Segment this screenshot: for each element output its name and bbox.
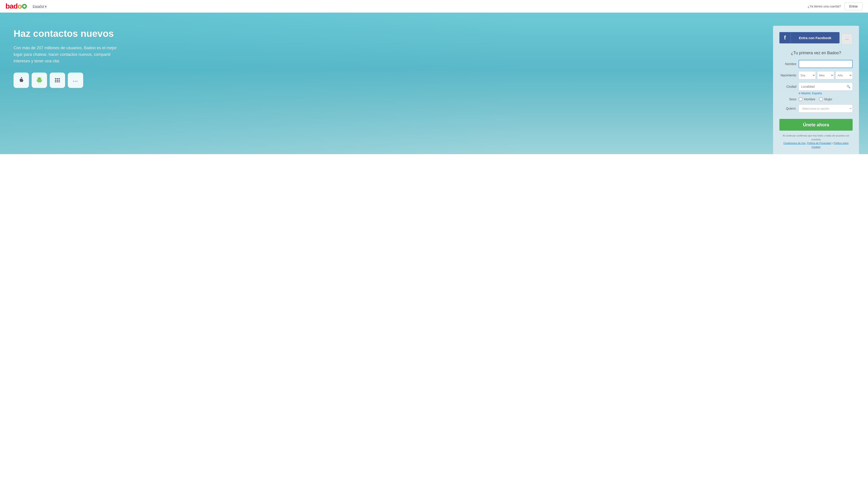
city-input-wrap: 🔍 [799, 83, 852, 91]
header-right: ¿Ya tienes una cuenta? Entrar [808, 2, 863, 10]
svg-rect-2 [41, 80, 42, 81]
name-label: Nombre [779, 62, 796, 66]
gender-label: Sexo [779, 97, 796, 101]
city-suggestion-text: Madrid, España [801, 92, 822, 95]
name-row: Nombre [779, 60, 852, 68]
language-arrow: ▾ [45, 4, 46, 8]
city-input[interactable] [799, 83, 852, 91]
facebook-button-label: Entra con Facebook [791, 36, 839, 40]
gender-female-radio[interactable] [819, 97, 823, 101]
more-apps-label: ... [73, 78, 78, 83]
svg-rect-11 [59, 78, 60, 79]
more-options-label: ··· [845, 37, 848, 41]
card-subtitle: ¿Tu primera vez en Badoo? [779, 51, 852, 55]
language-selector[interactable]: Español ▾ [33, 4, 46, 8]
gender-female-label: Mujer [825, 97, 832, 101]
app-icons-row: ... [13, 72, 131, 88]
account-question: ¿Ya tienes una cuenta? [808, 4, 841, 8]
svg-point-0 [21, 77, 22, 78]
svg-point-5 [38, 80, 39, 81]
facebook-row: f Entra con Facebook ··· [779, 32, 852, 46]
android-icon [36, 77, 43, 84]
svg-rect-17 [59, 81, 60, 82]
facebook-login-button[interactable]: f Entra con Facebook [779, 32, 839, 43]
svg-line-7 [37, 78, 38, 78]
want-label: Quiero: [779, 107, 796, 110]
gender-male-label: Hombre [804, 97, 815, 101]
birth-selects: Día Mes Año [799, 71, 852, 79]
terms-link[interactable]: Condiciones de Uso [783, 142, 806, 145]
want-row: Quiero: Selecciona tu opción [779, 104, 852, 113]
language-label: Español [33, 4, 44, 8]
birth-month-select[interactable]: Mes [817, 71, 834, 79]
hero-title: Haz contactos nuevos [13, 28, 131, 39]
legal-and: y [832, 142, 833, 145]
apple-icon [18, 77, 25, 84]
birth-year-select[interactable]: Año [835, 71, 852, 79]
facebook-icon: f [779, 32, 791, 43]
apple-app-button[interactable] [13, 72, 29, 88]
android-app-button[interactable] [32, 72, 47, 88]
logo-text: bado [5, 2, 27, 10]
login-button[interactable]: Entrar [844, 2, 863, 10]
svg-rect-16 [57, 81, 58, 82]
header-left: bado Español ▾ [5, 2, 46, 10]
birth-label: Nacimiento [779, 73, 796, 77]
svg-rect-12 [55, 80, 56, 81]
more-apps-button[interactable]: ... [68, 72, 83, 88]
svg-rect-4 [40, 82, 40, 83]
svg-rect-14 [59, 80, 60, 81]
gender-row: Sexo Hombre Mujer [779, 97, 852, 101]
name-input[interactable] [799, 60, 852, 68]
gender-male-radio[interactable] [799, 97, 803, 101]
city-label: Ciudad [779, 85, 796, 88]
svg-rect-15 [55, 81, 56, 82]
svg-point-6 [40, 80, 40, 81]
blackberry-icon [54, 77, 61, 84]
hero-subtitle: Con más de 207 millones de usuarios, Bad… [13, 45, 118, 64]
svg-rect-9 [55, 78, 56, 79]
logo[interactable]: bado [5, 2, 27, 10]
blackberry-app-button[interactable] [50, 72, 65, 88]
legal-preamble: Al continuar confirmas que has leído y e… [783, 134, 849, 141]
svg-rect-13 [57, 80, 58, 81]
city-row: Ciudad 🔍 [779, 83, 852, 91]
logo-o-circle [22, 4, 27, 9]
join-button[interactable]: Únete ahora [779, 119, 852, 131]
city-suggestion[interactable]: Madrid, España [799, 92, 852, 95]
hero-content: Haz contactos nuevos Con más de 207 mill… [13, 24, 131, 92]
registration-card: f Entra con Facebook ··· ¿Tu primera vez… [773, 26, 859, 154]
want-select[interactable]: Selecciona tu opción [799, 104, 852, 113]
privacy-link[interactable]: Política de Privacidad [807, 142, 831, 145]
svg-line-8 [41, 78, 41, 78]
birth-day-select[interactable]: Día [799, 71, 816, 79]
header: bado Español ▾ ¿Ya tienes una cuenta? En… [0, 0, 868, 13]
birth-row: Nacimiento Día Mes Año [779, 71, 852, 79]
svg-rect-10 [57, 78, 58, 79]
hero-section: Haz contactos nuevos Con más de 207 mill… [0, 13, 868, 154]
city-dot-icon [799, 92, 800, 94]
svg-rect-3 [38, 82, 39, 83]
gender-female-option[interactable]: Mujer [819, 97, 832, 101]
gender-male-option[interactable]: Hombre [799, 97, 815, 101]
more-login-options-button[interactable]: ··· [841, 33, 852, 45]
legal-text: Al continuar confirmas que has leído y e… [779, 134, 852, 149]
svg-rect-1 [37, 80, 37, 81]
gender-radio-group: Hombre Mujer [799, 97, 852, 101]
